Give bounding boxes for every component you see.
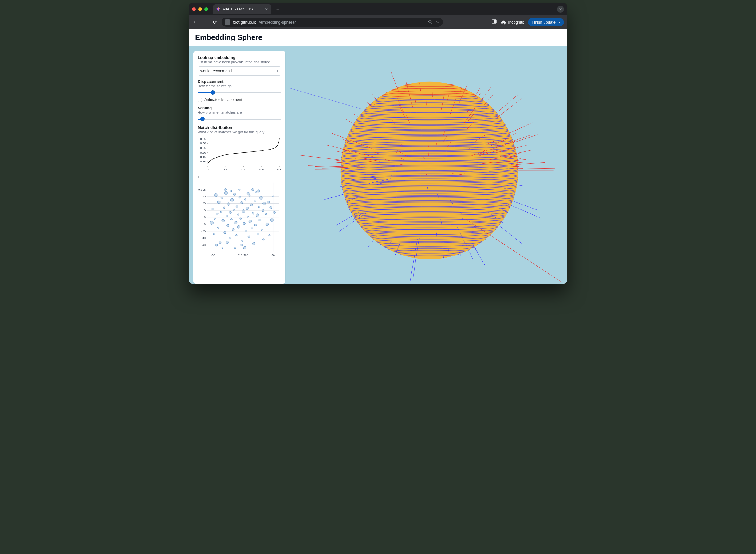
svg-line-206	[315, 169, 344, 170]
incognito-indicator[interactable]: Incognito	[501, 19, 524, 25]
bookmark-icon[interactable]: ☆	[436, 19, 440, 25]
svg-line-222	[426, 101, 426, 106]
window-controls	[192, 7, 208, 11]
svg-point-117	[270, 219, 273, 222]
page-content: Look up embedding List items have been p…	[189, 46, 567, 284]
svg-point-83	[242, 210, 245, 213]
svg-point-72	[233, 209, 235, 211]
displacement-slider[interactable]	[198, 90, 281, 95]
svg-point-86	[245, 230, 247, 232]
lookup-label: Look up embedding	[198, 55, 281, 60]
nav-reload-button[interactable]: ⟳	[212, 19, 218, 25]
zoom-icon[interactable]	[428, 19, 433, 25]
svg-point-107	[262, 202, 265, 205]
svg-point-120	[239, 189, 240, 191]
browser-window: Vite + React + TS ✕ + ← → ⟳ foot.github.…	[189, 3, 567, 284]
svg-point-74	[234, 221, 237, 224]
svg-text:0.15: 0.15	[200, 155, 206, 159]
svg-point-88	[247, 216, 249, 218]
browser-toolbar: ← → ⟳ foot.github.io/embedding-sphere/ ☆…	[189, 15, 567, 29]
svg-text:0.35: 0.35	[200, 137, 206, 141]
sphere-visualization[interactable]	[290, 51, 563, 284]
svg-text:10: 10	[202, 209, 206, 212]
svg-point-85	[245, 199, 247, 200]
svg-point-1	[429, 20, 432, 23]
minimize-window-button[interactable]	[198, 7, 202, 11]
svg-point-58	[220, 211, 222, 213]
close-tab-icon[interactable]: ✕	[265, 7, 268, 11]
svg-point-56	[217, 201, 220, 204]
svg-text:50: 50	[271, 253, 275, 257]
svg-point-113	[265, 223, 268, 226]
svg-point-53	[214, 194, 217, 197]
svg-text:0.20: 0.20	[200, 151, 206, 154]
svg-point-73	[233, 193, 236, 196]
svg-point-92	[250, 204, 253, 206]
svg-line-232	[340, 172, 353, 172]
svg-point-98	[255, 191, 257, 193]
nav-forward-button[interactable]: →	[202, 19, 208, 25]
svg-point-64	[226, 215, 228, 217]
svg-point-54	[216, 213, 218, 215]
svg-text:400: 400	[241, 168, 246, 171]
svg-point-82	[242, 240, 243, 242]
animate-checkbox-row[interactable]: Animate displacement	[198, 98, 281, 102]
tab-strip: Vite + React + TS ✕ +	[189, 3, 567, 15]
svg-text:800: 800	[277, 168, 281, 171]
maximize-window-button[interactable]	[204, 7, 208, 11]
svg-line-2	[431, 22, 433, 24]
svg-point-55	[217, 227, 219, 229]
svg-point-60	[221, 219, 224, 222]
svg-point-76	[236, 205, 238, 208]
svg-point-0	[228, 23, 229, 23]
svg-point-114	[267, 201, 269, 203]
svg-text:-10: -10	[201, 222, 206, 226]
svg-text:-20: -20	[201, 229, 206, 233]
new-tab-button[interactable]: +	[274, 6, 282, 13]
svg-point-84	[243, 222, 246, 225]
svg-point-61	[223, 207, 225, 209]
svg-point-65	[227, 224, 229, 227]
close-window-button[interactable]	[192, 7, 196, 11]
animate-label: Animate displacement	[204, 98, 242, 102]
address-bar[interactable]: foot.github.io/embedding-sphere/ ☆	[221, 17, 443, 27]
scatter-axis-arrow: ↑ 1	[198, 175, 281, 179]
kebab-menu-icon: ⋮	[557, 20, 561, 24]
svg-point-118	[272, 196, 274, 198]
scaling-slider[interactable]	[198, 117, 281, 122]
svg-point-109	[230, 190, 232, 192]
svg-text:19.718: 19.718	[198, 188, 206, 191]
site-settings-icon[interactable]	[224, 19, 230, 25]
tabs-overflow-button[interactable]	[557, 6, 564, 13]
browser-tab[interactable]: Vite + React + TS ✕	[213, 4, 271, 14]
svg-point-99	[256, 214, 259, 217]
embedding-select[interactable]: would recommend ▴▾	[198, 66, 281, 75]
svg-point-121	[251, 188, 254, 191]
svg-text:0: 0	[207, 168, 209, 171]
svg-text:-40: -40	[201, 243, 206, 246]
svg-point-104	[261, 229, 262, 231]
svg-text:0.30: 0.30	[200, 142, 206, 145]
svg-point-116	[269, 206, 272, 209]
finish-update-button[interactable]: Finish update ⋮	[528, 18, 564, 26]
select-caret-icon: ▴▾	[277, 69, 279, 73]
displacement-sub: How far the spikes go	[198, 84, 281, 88]
svg-text:20: 20	[202, 202, 206, 205]
svg-point-71	[232, 229, 235, 231]
svg-point-119	[273, 211, 276, 214]
side-panel-icon[interactable]	[491, 19, 497, 25]
svg-point-50	[210, 221, 214, 225]
animate-checkbox[interactable]	[198, 98, 202, 102]
svg-point-63	[224, 191, 228, 195]
svg-text:0.10: 0.10	[200, 160, 206, 163]
incognito-icon	[501, 19, 506, 25]
page: Embedding Sphere Look up embedding List …	[189, 29, 567, 284]
match-scatter-chart: -40-30-20-10010203019.718-50010.29850	[198, 181, 281, 258]
nav-back-button[interactable]: ←	[192, 19, 198, 25]
svg-point-128	[226, 241, 229, 243]
svg-point-93	[251, 228, 253, 229]
vite-favicon-icon	[216, 7, 220, 11]
lookup-group: Look up embedding List items have been p…	[198, 55, 281, 75]
svg-point-70	[231, 199, 234, 202]
svg-point-80	[240, 218, 242, 220]
